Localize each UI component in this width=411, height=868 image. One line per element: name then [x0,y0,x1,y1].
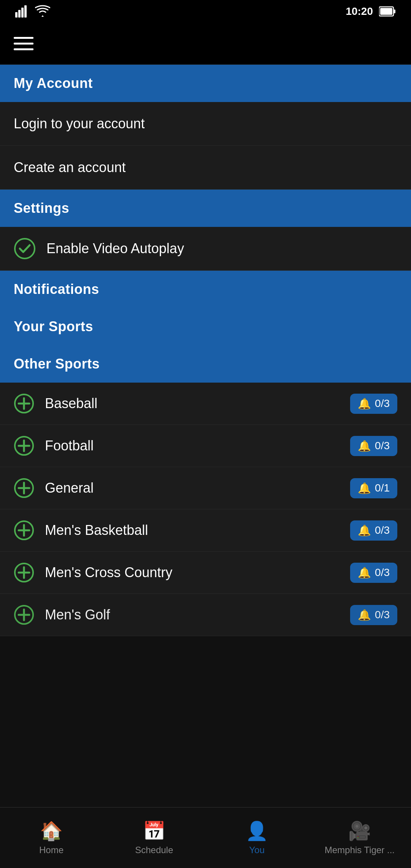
baseball-add-icon [14,393,34,414]
top-bar [0,23,411,65]
nav-memphis-tiger[interactable]: 🎥 Memphis Tiger ... [308,807,411,868]
notifications-header: Notifications [0,271,411,308]
nav-home[interactable]: 🏠 Home [0,807,103,868]
baseball-label: Baseball [45,396,339,412]
time-display: 10:20 [346,5,373,18]
my-account-header: My Account [0,65,411,102]
mens-basketball-add-icon [14,520,34,541]
mens-cross-country-item[interactable]: Men's Cross Country 🔔 0/3 [0,552,411,594]
mens-cross-country-label: Men's Cross Country [45,565,339,581]
mens-cross-country-badge: 🔔 0/3 [350,563,397,583]
login-item[interactable]: Login to your account [0,102,411,146]
football-item[interactable]: Football 🔔 0/3 [0,425,411,467]
mens-basketball-label: Men's Basketball [45,522,339,538]
bell-icon-football: 🔔 [358,440,371,452]
svg-rect-3 [24,5,27,18]
general-badge: 🔔 0/1 [350,478,397,498]
mens-golf-add-icon [14,605,34,625]
general-label: General [45,480,339,496]
mens-basketball-item[interactable]: Men's Basketball 🔔 0/3 [0,509,411,552]
football-add-icon [14,436,34,456]
bell-icon-basketball: 🔔 [358,524,371,537]
battery-icon [379,6,396,17]
memphis-tiger-icon: 🎥 [348,820,371,842]
status-bar-left [15,5,50,18]
home-icon: 🏠 [40,820,63,842]
status-bar-right: 10:20 [346,5,396,18]
menu-button[interactable] [14,32,37,55]
mens-golf-badge-count: 0/3 [375,609,390,621]
svg-rect-1 [18,10,21,18]
autoplay-label: Enable Video Autoplay [46,241,184,257]
general-add-icon [14,478,34,498]
football-badge-count: 0/3 [375,440,390,452]
menu-line-1 [14,37,33,39]
baseball-item[interactable]: Baseball 🔔 0/3 [0,383,411,425]
baseball-badge-count: 0/3 [375,397,390,410]
memphis-tiger-label: Memphis Tiger ... [325,845,395,855]
create-account-label: Create an account [14,160,126,176]
svg-rect-6 [380,8,392,15]
login-label: Login to your account [14,116,145,132]
wifi-icon [35,5,50,18]
nav-schedule[interactable]: 📅 Schedule [103,807,206,868]
general-item[interactable]: General 🔔 0/1 [0,467,411,509]
football-label: Football [45,438,339,454]
bottom-nav: 🏠 Home 📅 Schedule 👤 You 🎥 Memphis Tiger … [0,807,411,868]
svg-point-7 [15,239,35,258]
create-account-item[interactable]: Create an account [0,146,411,190]
schedule-icon: 📅 [143,820,166,842]
mens-golf-badge: 🔔 0/3 [350,605,397,625]
mens-golf-item[interactable]: Men's Golf 🔔 0/3 [0,594,411,636]
home-label: Home [39,845,64,855]
mens-basketball-badge: 🔔 0/3 [350,520,397,541]
svg-rect-5 [393,10,395,13]
menu-line-3 [14,48,33,50]
you-icon: 👤 [245,820,268,842]
general-badge-count: 0/1 [375,482,390,494]
main-content: My Account Login to your account Create … [0,65,411,728]
check-circle-icon [14,238,36,260]
mens-cross-country-badge-count: 0/3 [375,566,390,579]
mens-cross-country-add-icon [14,562,34,583]
svg-rect-2 [21,8,24,18]
autoplay-item[interactable]: Enable Video Autoplay [0,227,411,271]
bell-icon-golf: 🔔 [358,609,371,621]
signal-icon [15,5,29,18]
baseball-badge: 🔔 0/3 [350,394,397,414]
schedule-label: Schedule [135,845,173,855]
other-sports-header: Other Sports [0,345,411,383]
nav-you[interactable]: 👤 You [206,807,308,868]
bell-icon-cross-country: 🔔 [358,566,371,579]
mens-basketball-badge-count: 0/3 [375,524,390,536]
mens-golf-label: Men's Golf [45,607,339,623]
menu-line-2 [14,43,33,45]
svg-rect-0 [15,12,18,18]
bell-icon-baseball: 🔔 [358,397,371,410]
bell-icon-general: 🔔 [358,482,371,495]
football-badge: 🔔 0/3 [350,436,397,456]
settings-header: Settings [0,190,411,227]
status-bar: 10:20 [0,0,411,23]
you-label: You [249,845,265,855]
your-sports-header: Your Sports [0,308,411,345]
